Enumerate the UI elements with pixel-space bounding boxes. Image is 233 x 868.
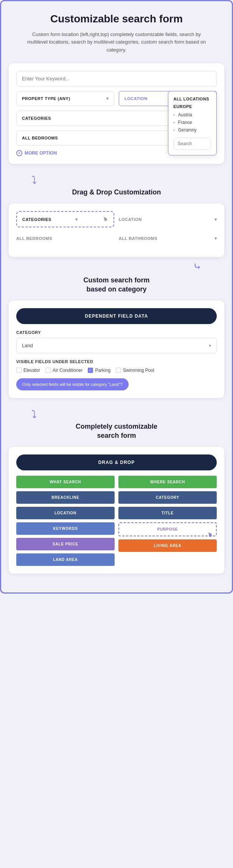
dropdown-search-box: 🔍 [174,138,211,150]
visible-fields-label: VISIBLE FIELDS UNDER SELECTED [16,359,217,364]
more-option-label: MORE OPTION [25,150,57,156]
header-section: Customizable search form Custom form loc… [9,13,224,54]
left-column: WHAT SEARCH BREACKLINE LOCATION KEYWORDS… [16,476,115,566]
drag-drop-grid: WHAT SEARCH BREACKLINE LOCATION KEYWORDS… [16,476,217,566]
search-form-card: PROPERT TYPE (ANY) ▾ LOCATION ▾ ALL LOCA… [9,63,224,164]
checkbox-swimmingpool[interactable]: Swimming Pool [116,368,154,373]
tag-keywords[interactable]: KEYWORDS [16,522,115,535]
tag-category[interactable]: CATEGORY [118,491,217,504]
checkbox-airconditioner-box[interactable] [45,368,51,373]
checkbox-swimmingpool-label: Swimming Pool [123,368,154,373]
tag-where-search[interactable]: WHERE SEARCH [118,476,217,488]
dnd-location-plain: LOCATION ▾ [119,213,217,226]
property-type-chevron: ▾ [106,96,109,101]
arrow-right-icon: ⤷ [9,262,202,272]
tag-sale-price[interactable]: SALE PRICE [16,538,115,550]
form-row-1: PROPERT TYPE (ANY) ▾ LOCATION ▾ ALL LOCA… [16,91,217,106]
info-bubble: Only selected fields will be visible for… [16,378,129,390]
arrow-section-1: ⤵ [9,171,224,188]
page-description: Custom form location (left,right,top) co… [26,31,207,54]
dnd-categories-chevron: ▾ [75,217,78,222]
cursor-pointer: 🖱 [103,216,108,222]
location-dropdown-container: LOCATION ▾ ALL LOCATIONS EUROPE Austria … [119,91,217,106]
section3-title: Completely customizablesearch form [9,422,224,440]
checkbox-airconditioner-label: Air Conditioner [53,368,82,373]
drag-drop-card: CATEGORIES ▾ 🖱 LOCATION ▾ ALL BEDROOMS A… [9,204,224,257]
property-type-select[interactable]: PROPERT TYPE (ANY) ▾ [16,91,114,106]
checkbox-parking[interactable]: ✓ Parking [88,368,110,373]
checkbox-parking-label: Parking [95,368,110,373]
tag-title[interactable]: TITLE [118,507,217,519]
dnd-categories-label: CATEGORIES [22,217,51,222]
dnd-bedrooms-label: ALL BEDROOMS [16,236,52,241]
dependent-field-card: DEPENDENT FIELD DATA CATEGORY Land ▾ VIS… [9,301,224,398]
section2-title: Custom search formbased on category [9,276,224,294]
dropdown-item-france[interactable]: France [174,119,211,126]
dnd-location-chevron: ▾ [214,217,217,222]
category-chevron: ▾ [209,343,211,348]
dnd-bedrooms-plain: ALL BEDROOMS [16,232,114,244]
tag-purpose-label: PURPOSE [157,527,178,531]
drag-drop-btn[interactable]: DRAG & DROP [16,454,217,470]
search-keyword-input[interactable] [16,71,217,86]
tag-location[interactable]: LOCATION [16,507,115,519]
arrow-down-icon: ⤵ [31,175,224,186]
checkbox-elevator[interactable]: Elevator [16,368,40,373]
dnd-row-2: ALL BEDROOMS ALL BATHROOMS ▾ [16,232,217,245]
dependent-field-btn[interactable]: DEPENDENT FIELD DATA [16,308,217,324]
checkbox-parking-box[interactable]: ✓ [88,368,93,373]
category-value: Land [22,343,33,348]
cursor-icon: 🖱 [207,532,213,538]
right-column: WHERE SEARCH CATEGORY TITLE PURPOSE 🖱 LI… [118,476,217,566]
checkbox-elevator-label: Elevator [23,368,40,373]
dropdown-item-geramny[interactable]: Geramny [174,126,211,134]
tag-what-search[interactable]: WHAT SEARCH [16,476,115,488]
tag-land-area[interactable]: LAND AREA [16,553,115,566]
drag-drop-custom-card: DRAG & DROP WHAT SEARCH BREACKLINE LOCAT… [9,447,224,573]
checkbox-swimmingpool-box[interactable] [116,368,121,373]
dropdown-all-locations[interactable]: ALL LOCATIONS [174,97,211,101]
tag-living-area[interactable]: LIVING AREA [118,539,217,552]
dnd-bathrooms-chevron: ▾ [214,236,217,241]
dnd-location-label: LOCATION [119,217,142,222]
arrow-down-icon-2: ⤵ [31,409,224,420]
dnd-row-1: CATEGORIES ▾ 🖱 LOCATION ▾ [16,211,217,227]
checkboxes-row: Elevator Air Conditioner ✓ Parking Swimm… [16,368,217,373]
tag-purpose[interactable]: PURPOSE 🖱 [118,522,217,536]
category-field-label: CATEGORY [16,330,217,335]
location-label: LOCATION [124,96,148,101]
all-bedrooms-label: ALL BEDROOMS [22,136,58,140]
dnd-bathrooms-label: ALL BATHROOMS [119,236,157,241]
arrow-section-3: ⤵ [9,406,224,422]
property-type-label: PROPERT TYPE (ANY) [22,96,70,101]
checkbox-elevator-box[interactable] [16,368,22,373]
page-wrapper: Customizable search form Custom form loc… [0,0,233,594]
section1-title: Drag & Drop Customization [9,188,224,197]
location-dropdown-panel: ALL LOCATIONS EUROPE Austria France Gera… [168,91,217,155]
category-select-box[interactable]: Land ▾ [16,338,217,353]
dropdown-item-austria[interactable]: Austria [174,111,211,119]
dnd-categories-box[interactable]: CATEGORIES ▾ 🖱 [16,211,114,227]
more-option-icon: + [16,150,22,156]
tag-breackline[interactable]: BREACKLINE [16,491,115,504]
dropdown-search-input[interactable] [174,138,211,149]
arrow-section-2: ⤷ [9,259,224,276]
dropdown-group-label: EUROPE [174,104,211,109]
dnd-bathrooms-plain: ALL BATHROOMS ▾ [119,232,217,245]
page-title: Customizable search form [9,13,224,25]
categories-label: CATEGORIES [22,116,51,121]
checkbox-airconditioner[interactable]: Air Conditioner [45,368,82,373]
